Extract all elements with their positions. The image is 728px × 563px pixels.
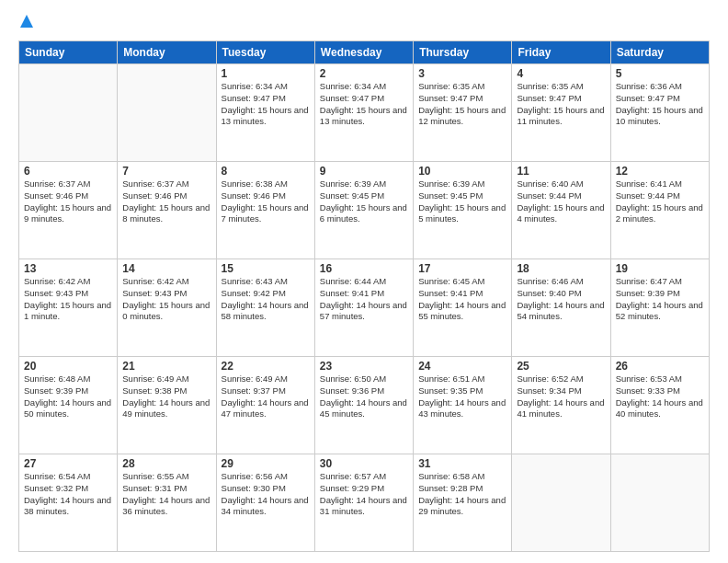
calendar-week-row: 27Sunrise: 6:54 AM Sunset: 9:32 PM Dayli… [19,454,710,552]
calendar-week-row: 6Sunrise: 6:37 AM Sunset: 9:46 PM Daylig… [19,162,710,259]
weekday-header: Friday [512,41,610,64]
day-info: Sunrise: 6:49 AM Sunset: 9:37 PM Dayligh… [222,373,310,420]
day-number: 12 [616,165,704,178]
day-number: 19 [616,262,704,275]
day-info: Sunrise: 6:39 AM Sunset: 9:45 PM Dayligh… [320,178,408,225]
day-info: Sunrise: 6:53 AM Sunset: 9:33 PM Dayligh… [616,373,704,420]
weekday-header: Monday [118,41,216,64]
day-number: 1 [222,67,310,80]
calendar-day-cell: 16Sunrise: 6:44 AM Sunset: 9:41 PM Dayli… [314,259,413,357]
day-info: Sunrise: 6:48 AM Sunset: 9:39 PM Dayligh… [24,373,112,420]
day-info: Sunrise: 6:55 AM Sunset: 9:31 PM Dayligh… [122,471,210,518]
day-number: 17 [418,262,506,275]
day-info: Sunrise: 6:37 AM Sunset: 9:46 PM Dayligh… [24,178,112,225]
calendar-day-cell: 14Sunrise: 6:42 AM Sunset: 9:43 PM Dayli… [118,259,216,357]
page: SundayMondayTuesdayWednesdayThursdayFrid… [0,0,728,563]
day-info: Sunrise: 6:49 AM Sunset: 9:38 PM Dayligh… [122,373,210,420]
day-number: 21 [122,360,210,373]
day-number: 29 [222,457,310,470]
calendar-day-cell: 23Sunrise: 6:50 AM Sunset: 9:36 PM Dayli… [314,357,413,454]
calendar-day-cell: 13Sunrise: 6:42 AM Sunset: 9:43 PM Dayli… [19,259,118,357]
calendar-day-cell: 9Sunrise: 6:39 AM Sunset: 9:45 PM Daylig… [314,162,413,259]
day-info: Sunrise: 6:35 AM Sunset: 9:47 PM Dayligh… [517,81,605,128]
day-number: 6 [24,165,112,178]
day-number: 14 [122,262,210,275]
day-info: Sunrise: 6:47 AM Sunset: 9:39 PM Dayligh… [616,276,704,323]
day-number: 13 [24,262,112,275]
calendar-day-cell: 26Sunrise: 6:53 AM Sunset: 9:33 PM Dayli… [610,357,709,454]
day-number: 5 [616,67,704,80]
weekday-header: Tuesday [216,41,314,64]
calendar-day-cell: 31Sunrise: 6:58 AM Sunset: 9:28 PM Dayli… [414,454,512,552]
day-info: Sunrise: 6:50 AM Sunset: 9:36 PM Dayligh… [320,373,408,420]
day-number: 16 [320,262,408,275]
calendar-header-row: SundayMondayTuesdayWednesdayThursdayFrid… [19,41,710,64]
calendar-day-cell: 18Sunrise: 6:46 AM Sunset: 9:40 PM Dayli… [512,259,610,357]
day-info: Sunrise: 6:57 AM Sunset: 9:29 PM Dayligh… [320,471,408,518]
calendar-day-cell: 4Sunrise: 6:35 AM Sunset: 9:47 PM Daylig… [512,64,610,162]
day-info: Sunrise: 6:42 AM Sunset: 9:43 PM Dayligh… [24,276,112,323]
calendar-day-cell [19,64,118,162]
day-number: 31 [418,457,506,470]
day-number: 22 [222,360,310,373]
day-number: 10 [418,165,506,178]
calendar-week-row: 13Sunrise: 6:42 AM Sunset: 9:43 PM Dayli… [19,259,710,357]
header [18,15,710,31]
day-info: Sunrise: 6:35 AM Sunset: 9:47 PM Dayligh… [418,81,506,128]
calendar-day-cell: 3Sunrise: 6:35 AM Sunset: 9:47 PM Daylig… [414,64,512,162]
calendar-day-cell: 12Sunrise: 6:41 AM Sunset: 9:44 PM Dayli… [610,162,709,259]
calendar-day-cell: 15Sunrise: 6:43 AM Sunset: 9:42 PM Dayli… [216,259,314,357]
day-number: 23 [320,360,408,373]
logo-icon [20,15,33,28]
day-info: Sunrise: 6:39 AM Sunset: 9:45 PM Dayligh… [418,178,506,225]
calendar-day-cell: 10Sunrise: 6:39 AM Sunset: 9:45 PM Dayli… [414,162,512,259]
day-info: Sunrise: 6:37 AM Sunset: 9:46 PM Dayligh… [122,178,210,225]
day-info: Sunrise: 6:38 AM Sunset: 9:46 PM Dayligh… [222,178,310,225]
day-number: 20 [24,360,112,373]
calendar-day-cell: 19Sunrise: 6:47 AM Sunset: 9:39 PM Dayli… [610,259,709,357]
calendar-day-cell: 25Sunrise: 6:52 AM Sunset: 9:34 PM Dayli… [512,357,610,454]
day-number: 2 [320,67,408,80]
day-info: Sunrise: 6:44 AM Sunset: 9:41 PM Dayligh… [320,276,408,323]
day-info: Sunrise: 6:56 AM Sunset: 9:30 PM Dayligh… [222,471,310,518]
day-number: 18 [517,262,605,275]
calendar-table: SundayMondayTuesdayWednesdayThursdayFrid… [18,40,710,552]
day-number: 30 [320,457,408,470]
day-number: 15 [222,262,310,275]
calendar-day-cell: 24Sunrise: 6:51 AM Sunset: 9:35 PM Dayli… [414,357,512,454]
calendar-week-row: 20Sunrise: 6:48 AM Sunset: 9:39 PM Dayli… [19,357,710,454]
weekday-header: Saturday [610,41,709,64]
logo [18,15,33,31]
day-info: Sunrise: 6:54 AM Sunset: 9:32 PM Dayligh… [24,471,112,518]
weekday-header: Wednesday [314,41,413,64]
day-number: 9 [320,165,408,178]
calendar-day-cell: 7Sunrise: 6:37 AM Sunset: 9:46 PM Daylig… [118,162,216,259]
day-number: 26 [616,360,704,373]
weekday-header: Thursday [414,41,512,64]
calendar-day-cell [610,454,709,552]
calendar-day-cell [512,454,610,552]
day-info: Sunrise: 6:51 AM Sunset: 9:35 PM Dayligh… [418,373,506,420]
day-info: Sunrise: 6:45 AM Sunset: 9:41 PM Dayligh… [418,276,506,323]
day-info: Sunrise: 6:40 AM Sunset: 9:44 PM Dayligh… [517,178,605,225]
day-number: 4 [517,67,605,80]
calendar-day-cell: 5Sunrise: 6:36 AM Sunset: 9:47 PM Daylig… [610,64,709,162]
day-number: 8 [222,165,310,178]
weekday-header: Sunday [19,41,118,64]
day-info: Sunrise: 6:43 AM Sunset: 9:42 PM Dayligh… [222,276,310,323]
calendar-day-cell: 8Sunrise: 6:38 AM Sunset: 9:46 PM Daylig… [216,162,314,259]
calendar-day-cell: 20Sunrise: 6:48 AM Sunset: 9:39 PM Dayli… [19,357,118,454]
calendar-day-cell: 27Sunrise: 6:54 AM Sunset: 9:32 PM Dayli… [19,454,118,552]
calendar-day-cell: 11Sunrise: 6:40 AM Sunset: 9:44 PM Dayli… [512,162,610,259]
day-info: Sunrise: 6:34 AM Sunset: 9:47 PM Dayligh… [222,81,310,128]
calendar-day-cell: 29Sunrise: 6:56 AM Sunset: 9:30 PM Dayli… [216,454,314,552]
day-info: Sunrise: 6:42 AM Sunset: 9:43 PM Dayligh… [122,276,210,323]
calendar-day-cell: 30Sunrise: 6:57 AM Sunset: 9:29 PM Dayli… [314,454,413,552]
calendar-day-cell: 2Sunrise: 6:34 AM Sunset: 9:47 PM Daylig… [314,64,413,162]
calendar-day-cell [118,64,216,162]
day-number: 27 [24,457,112,470]
day-number: 7 [122,165,210,178]
calendar-day-cell: 22Sunrise: 6:49 AM Sunset: 9:37 PM Dayli… [216,357,314,454]
day-number: 24 [418,360,506,373]
day-number: 3 [418,67,506,80]
